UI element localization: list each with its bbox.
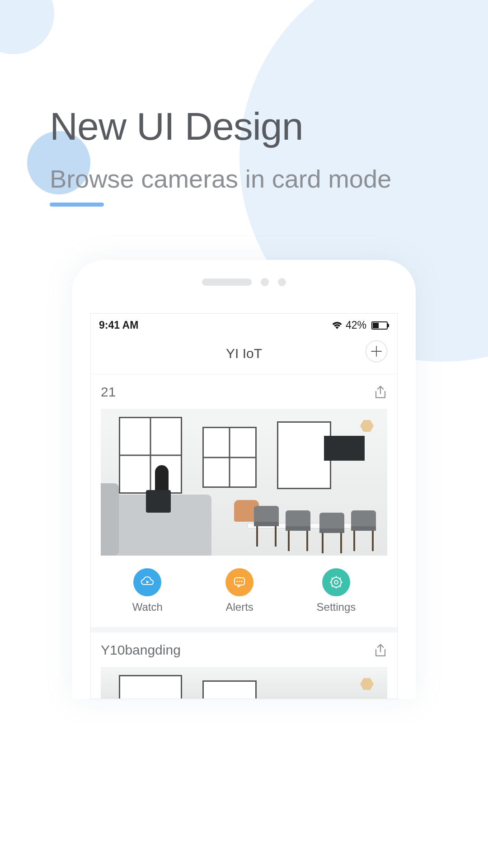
phone-sensor-dot: [261, 278, 269, 286]
chat-icon: [232, 575, 247, 590]
hero-underline: [50, 203, 104, 207]
cloud-play-icon: [140, 575, 155, 590]
svg-point-3: [241, 580, 243, 582]
hero-subtitle: Browse cameras in card mode: [50, 165, 438, 193]
hero-section: New UI Design Browse cameras in card mod…: [0, 0, 488, 207]
hero-title: New UI Design: [50, 104, 438, 149]
phone-sensor-dot: [278, 278, 286, 286]
status-bar: 9:41 AM 42%: [91, 314, 397, 336]
phone-mockup: 9:41 AM 42% YI IoT: [72, 260, 416, 699]
phone-screen: 9:41 AM 42% YI IoT: [90, 313, 398, 699]
app-title: YI IoT: [226, 346, 262, 361]
watch-label: Watch: [132, 601, 163, 613]
settings-action[interactable]: Settings: [317, 568, 356, 613]
battery-percent: 42%: [346, 319, 366, 331]
camera-preview[interactable]: [101, 667, 387, 698]
share-icon[interactable]: [374, 643, 387, 657]
phone-speaker: [202, 278, 252, 286]
alerts-action[interactable]: Alerts: [225, 568, 253, 613]
svg-line-10: [332, 578, 333, 579]
alerts-label: Alerts: [226, 601, 253, 613]
wifi-icon: [332, 322, 342, 329]
phone-speaker-row: [72, 278, 416, 286]
camera-card[interactable]: Y10bangding: [91, 632, 397, 698]
svg-point-2: [239, 580, 240, 582]
svg-point-5: [334, 580, 338, 584]
title-bar: YI IoT: [91, 336, 397, 374]
svg-line-12: [339, 578, 341, 579]
svg-line-13: [332, 585, 333, 587]
settings-label: Settings: [317, 601, 356, 613]
watch-action[interactable]: Watch: [132, 568, 163, 613]
battery-icon: [370, 321, 389, 330]
share-icon[interactable]: [374, 385, 387, 399]
gear-icon: [328, 575, 344, 590]
svg-line-11: [339, 585, 341, 587]
plus-icon: [371, 345, 382, 357]
add-button[interactable]: [366, 340, 387, 362]
camera-name: Y10bangding: [101, 642, 181, 658]
camera-card[interactable]: 21: [91, 374, 397, 632]
camera-name: 21: [101, 384, 116, 400]
svg-point-1: [237, 580, 238, 582]
camera-preview[interactable]: [101, 409, 387, 556]
status-time: 9:41 AM: [99, 319, 138, 331]
